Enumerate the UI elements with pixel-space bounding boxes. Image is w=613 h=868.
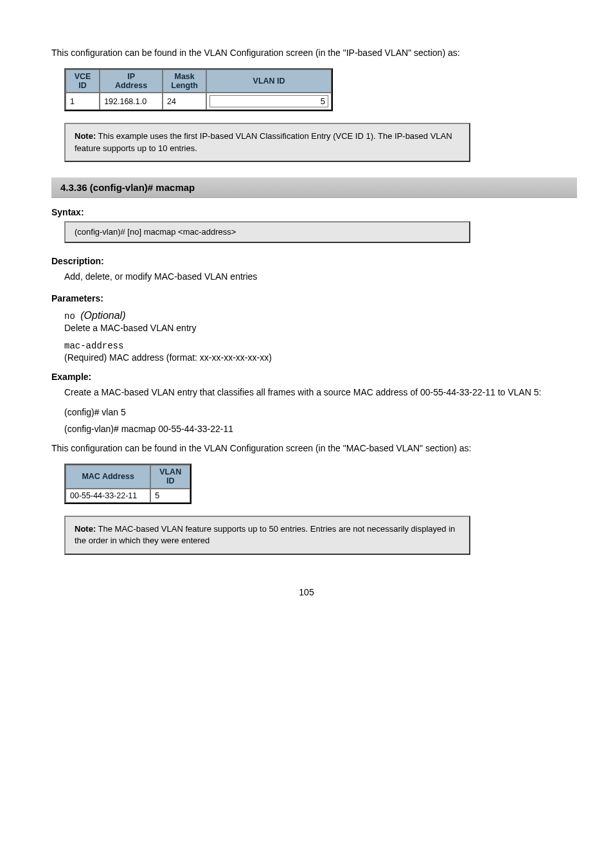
table-row: 1 192.168.1.0 24 [66, 93, 332, 110]
syntax-box: (config-vlan)# [no] macmap <mac-address> [64, 221, 470, 243]
th-mac-vlan-id: VLANID [150, 465, 190, 489]
th-mask-length: MaskLength [163, 69, 206, 93]
th-mac-address: MAC Address [66, 465, 150, 489]
intro-text: This configuration can be found in the V… [51, 46, 562, 60]
param-no-name: no [64, 311, 80, 321]
note-text-2: The MAC-based VLAN feature supports up t… [75, 524, 455, 545]
param-no-optional: (Optional) [80, 310, 125, 321]
th-ip-address: IPAddress [100, 69, 163, 93]
mac-note-text: This configuration can be found in the V… [51, 442, 562, 456]
cell-ip-address: 192.168.1.0 [100, 93, 163, 110]
section-heading-macmap: 4.3.36 (config-vlan)# macmap [51, 177, 577, 198]
example-text: Create a MAC-based VLAN entry that class… [64, 386, 562, 400]
parameters-label: Parameters: [51, 293, 562, 303]
cell-vce-id: 1 [66, 93, 100, 110]
param-no-desc: Delete a MAC-based VLAN entry [64, 323, 562, 333]
param-no: no (Optional) Delete a MAC-based VLAN en… [64, 310, 562, 333]
note-text: This example uses the first IP-based VLA… [75, 131, 452, 152]
param-mac-desc: (Required) MAC address (format: xx-xx-xx… [64, 352, 562, 363]
example-cmd-1: (config)# vlan 5 [64, 407, 562, 417]
description-text: Add, delete, or modify MAC-based VLAN en… [64, 270, 562, 284]
th-vlan-id: VLAN ID [206, 69, 332, 93]
cell-mac-address: 00-55-44-33-22-11 [66, 489, 150, 503]
note-label: Note: [75, 131, 96, 141]
ip-vlan-table: VCEID IPAddress MaskLength VLAN ID 1 192… [64, 68, 333, 112]
example-label: Example: [51, 372, 562, 382]
param-mac-name: mac-address [64, 341, 123, 351]
th-vce-id: VCEID [66, 69, 100, 93]
mac-vlan-table: MAC Address VLANID 00-55-44-33-22-11 5 [64, 464, 191, 504]
example-cmd-2: (config-vlan)# macmap 00-55-44-33-22-11 [64, 424, 562, 434]
cell-vlan-id [206, 93, 332, 110]
cell-mask-length: 24 [163, 93, 206, 110]
cell-mac-vlan-id: 5 [150, 489, 190, 503]
table-row: 00-55-44-33-22-11 5 [66, 489, 190, 503]
note-label-2: Note: [75, 524, 96, 534]
page-number: 105 [51, 587, 562, 597]
vlan-id-input[interactable] [209, 95, 328, 107]
syntax-label: Syntax: [51, 207, 562, 217]
param-mac-address: mac-address (Required) MAC address (form… [64, 339, 562, 363]
note-mac-vlan: Note: The MAC-based VLAN feature support… [64, 516, 470, 554]
description-label: Description: [51, 256, 562, 266]
note-ip-vlan: Note: This example uses the first IP-bas… [64, 123, 470, 161]
